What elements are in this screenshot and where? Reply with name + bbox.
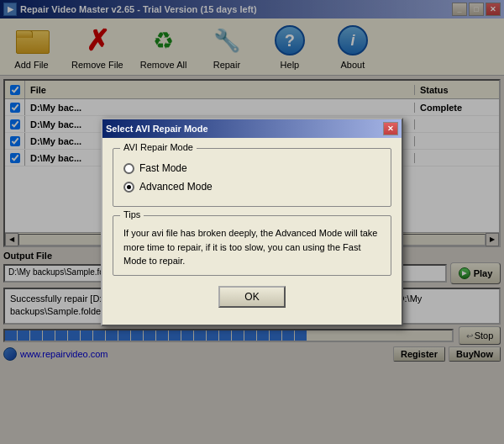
- modal-title-bar: Select AVI Repair Mode ✕: [102, 119, 402, 138]
- fast-mode-label: Fast Mode: [139, 162, 187, 174]
- fast-mode-radio[interactable]: [123, 163, 134, 174]
- tips-text: If your avi file has broken deeply, the …: [123, 226, 381, 268]
- modal-footer: OK: [113, 286, 391, 314]
- avi-mode-group: AVI Repair Mode Fast Mode Advanced Mode: [113, 148, 391, 207]
- fast-mode-option[interactable]: Fast Mode: [123, 162, 381, 174]
- tips-group: Tips If your avi file has broken deeply,…: [113, 215, 391, 276]
- advanced-mode-radio[interactable]: [123, 182, 134, 193]
- advanced-mode-option[interactable]: Advanced Mode: [123, 181, 381, 193]
- avi-mode-group-title: AVI Repair Mode: [120, 142, 197, 152]
- ok-button[interactable]: OK: [218, 286, 286, 308]
- modal-title: Select AVI Repair Mode: [106, 124, 208, 134]
- modal-close-button[interactable]: ✕: [383, 122, 398, 135]
- modal-overlay: Select AVI Repair Mode ✕ AVI Repair Mode…: [0, 0, 504, 444]
- modal-dialog: Select AVI Repair Mode ✕ AVI Repair Mode…: [101, 118, 403, 326]
- advanced-mode-label: Advanced Mode: [139, 181, 213, 193]
- modal-content: AVI Repair Mode Fast Mode Advanced Mode …: [102, 138, 402, 325]
- tips-group-title: Tips: [120, 209, 144, 219]
